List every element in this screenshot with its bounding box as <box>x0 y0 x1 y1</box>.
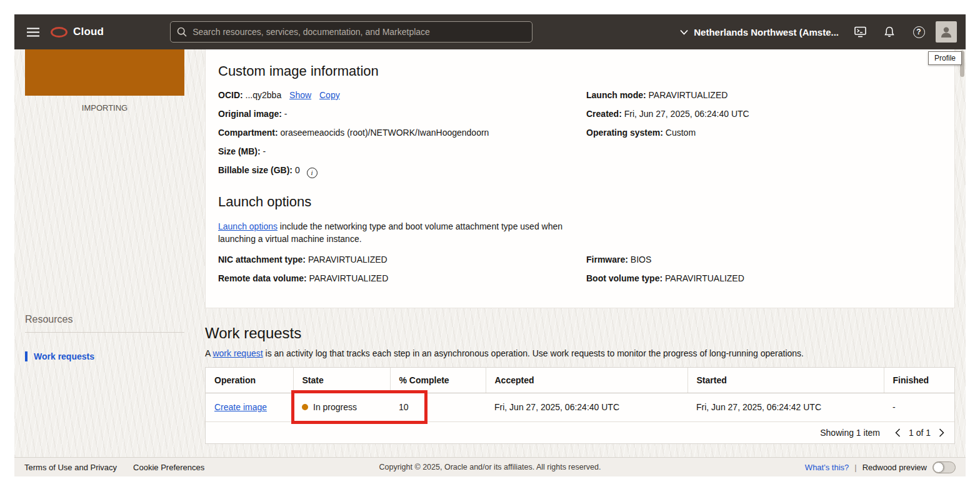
redwood-preview-toggle[interactable] <box>932 461 956 473</box>
footer-separator: | <box>854 463 856 472</box>
field-label: Firmware: <box>586 255 628 265</box>
search-icon <box>177 27 187 37</box>
field-value: oraseemeaocids (root)/NETWORK/IwanHoogen… <box>281 128 489 138</box>
cell-operation: Create image <box>206 393 293 421</box>
global-search <box>170 21 532 43</box>
field-value: BIOS <box>631 255 651 265</box>
launch-options-right-column: Firmware: BIOS Boot volume type: PARAVIR… <box>586 254 942 291</box>
launch-options-link[interactable]: Launch options <box>218 221 278 231</box>
table-pagination: Showing 1 item 1 of 1 <box>206 422 954 443</box>
main-area: IMPORTING Resources Work requests Custom… <box>14 49 966 457</box>
terms-of-use-link[interactable]: Terms of Use and Privacy <box>24 463 117 472</box>
profile-tooltip: Profile <box>928 51 962 65</box>
field-label: Original image: <box>218 109 282 119</box>
image-thumbnail <box>25 49 184 96</box>
field-label: Size (MB): <box>218 146 261 156</box>
footer-links: Terms of Use and Privacy Cookie Preferen… <box>24 463 204 472</box>
field-ocid: OCID: ...qy2bba Show Copy <box>218 89 574 101</box>
cell-accepted: Fri, Jun 27, 2025, 06:24:40 UTC <box>486 393 688 421</box>
image-state-label: IMPORTING <box>25 103 184 113</box>
sidebar-item-label: Work requests <box>34 351 94 361</box>
showing-items-label: Showing 1 item <box>820 428 880 438</box>
column-header-finished: Finished <box>884 368 954 393</box>
cell-started: Fri, Jun 27, 2025, 06:24:42 UTC <box>688 393 884 421</box>
toggle-knob <box>933 462 944 473</box>
region-label: Netherlands Northwest (Amste... <box>694 27 839 38</box>
work-requests-description: A work request is an activity log that t… <box>205 348 955 358</box>
field-value: - <box>284 109 288 119</box>
field-label: Compartment: <box>218 128 278 138</box>
field-label: OCID: <box>218 90 243 100</box>
column-header-state: State <box>293 368 390 393</box>
field-label: Created: <box>586 109 622 119</box>
table-row: Create image In progress 10 Fri, Jun 27,… <box>206 393 954 421</box>
cloud-shell-button[interactable] <box>848 19 872 44</box>
bell-icon <box>883 26 896 38</box>
section-title-image-info: Custom image information <box>218 63 942 79</box>
field-label: Boot volume type: <box>586 273 662 283</box>
cell-percent-complete: 10 <box>390 393 486 421</box>
search-input[interactable] <box>192 27 526 37</box>
ocid-show-link[interactable]: Show <box>289 90 311 100</box>
field-value: Fri, Jun 27, 2025, 06:24:40 UTC <box>624 109 749 119</box>
field-original-image: Original image: - <box>218 108 574 120</box>
field-value: PARAVIRTUALIZED <box>665 273 744 283</box>
create-image-link[interactable]: Create image <box>214 402 267 412</box>
notifications-button[interactable] <box>877 19 902 44</box>
cell-state: In progress <box>293 393 390 421</box>
column-header-started: Started <box>688 368 884 393</box>
field-size: Size (MB): - <box>218 146 574 158</box>
field-label: Launch mode: <box>586 90 646 100</box>
whats-this-link[interactable]: What's this? <box>805 463 849 472</box>
field-firmware: Firmware: BIOS <box>586 254 942 266</box>
cell-finished: - <box>884 393 954 421</box>
field-value: 0 <box>295 165 300 175</box>
field-label: Remote data volume: <box>218 273 307 283</box>
column-header-percent-complete: % Complete <box>390 368 486 393</box>
section-title-launch-options: Launch options <box>218 194 942 210</box>
work-request-link[interactable]: work request <box>212 348 262 358</box>
header-icons: ? <box>848 19 957 44</box>
brand-label: Cloud <box>73 26 104 38</box>
pager: 1 of 1 <box>894 428 946 438</box>
cookie-preferences-link[interactable]: Cookie Preferences <box>133 463 204 472</box>
sidebar-item-work-requests[interactable]: Work requests <box>25 351 184 361</box>
work-requests-description-text: is an activity log that tracks each step… <box>263 348 804 358</box>
image-info-right-column: Launch mode: PARAVIRTUALIZED Created: Fr… <box>586 89 942 185</box>
info-icon[interactable]: i <box>307 168 318 178</box>
content-area: Custom image information OCID: ...qy2bba… <box>205 49 966 457</box>
pagination-prev-button[interactable] <box>894 428 902 437</box>
state-text: In progress <box>313 402 357 412</box>
top-navigation-bar: Cloud Netherlands Northwest (Amste... <box>14 14 966 49</box>
field-launch-mode: Launch mode: PARAVIRTUALIZED <box>586 89 942 101</box>
footer-right: What's this? | Redwood preview <box>805 461 956 473</box>
help-button[interactable]: ? <box>906 19 931 44</box>
field-label: Billable size (GB): <box>218 165 292 175</box>
field-billable-size: Billable size (GB): 0 i <box>218 164 574 178</box>
chevron-right-icon <box>939 428 944 437</box>
launch-options-columns: NIC attachment type: PARAVIRTUALIZED Rem… <box>218 254 942 291</box>
in-progress-status-icon <box>302 404 308 410</box>
navigation-menu-button[interactable] <box>21 19 46 44</box>
column-header-accepted: Accepted <box>486 368 688 393</box>
page-footer: Terms of Use and Privacy Cookie Preferen… <box>14 457 966 476</box>
field-value: Custom <box>666 128 696 138</box>
region-selector[interactable]: Netherlands Northwest (Amste... <box>680 27 839 38</box>
profile-person-icon <box>939 25 953 39</box>
field-value: ...qy2bba <box>246 90 282 100</box>
field-label: NIC attachment type: <box>218 255 306 265</box>
oracle-cloud-logo[interactable]: Cloud <box>51 26 104 38</box>
ocid-copy-link[interactable]: Copy <box>319 90 340 100</box>
details-panel: Custom image information OCID: ...qy2bba… <box>205 49 955 308</box>
launch-options-description: Launch options include the networking ty… <box>218 220 578 245</box>
field-nic-attachment: NIC attachment type: PARAVIRTUALIZED <box>218 254 574 266</box>
cloud-shell-monitor-icon <box>854 26 867 38</box>
launch-options-left-column: NIC attachment type: PARAVIRTUALIZED Rem… <box>218 254 574 291</box>
app-window: Cloud Netherlands Northwest (Amste... <box>14 14 966 476</box>
pagination-next-button[interactable] <box>938 428 946 437</box>
field-value: - <box>263 146 266 156</box>
table-header-row: Operation State % Complete Accepted Star… <box>206 368 954 393</box>
field-value: PARAVIRTUALIZED <box>308 255 388 265</box>
profile-button[interactable] <box>936 21 957 43</box>
work-requests-section: Work requests A work request is an activ… <box>205 325 955 444</box>
